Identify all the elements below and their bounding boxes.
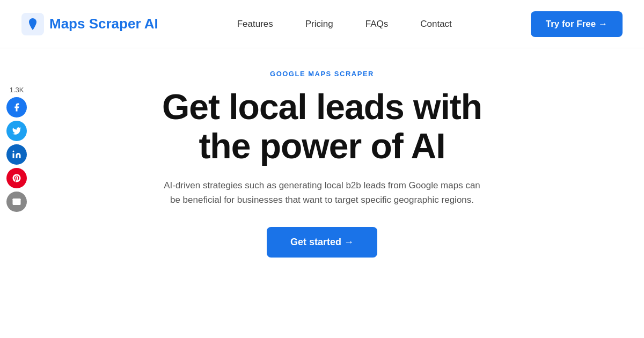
hero-tag: GOOGLE MAPS SCRAPER	[270, 70, 374, 78]
navbar: Maps Scraper AI Features Pricing FAQs Co…	[0, 0, 644, 48]
logo-link[interactable]: Maps Scraper AI	[21, 13, 158, 35]
email-share-button[interactable]	[6, 192, 27, 212]
try-free-button[interactable]: Try for Free →	[531, 11, 623, 37]
pinterest-icon	[12, 173, 21, 183]
twitter-share-button[interactable]	[6, 121, 27, 141]
linkedin-share-button[interactable]	[6, 144, 27, 165]
nav-features[interactable]: Features	[237, 19, 273, 29]
social-sidebar: 1.3K	[6, 86, 27, 215]
svg-point-2	[13, 151, 14, 152]
email-icon	[12, 197, 21, 207]
nav-links: Features Pricing FAQs Contact	[237, 19, 452, 30]
hero-section: GOOGLE MAPS SCRAPER Get local leads with…	[0, 48, 644, 258]
hero-subtitle: AI-driven strategies such as generating …	[161, 178, 483, 207]
twitter-icon	[12, 126, 21, 136]
logo-text: Maps Scraper AI	[49, 16, 158, 32]
share-count: 1.3K	[10, 86, 24, 94]
linkedin-icon	[12, 150, 21, 159]
logo-icon	[21, 13, 44, 35]
facebook-icon	[12, 102, 21, 112]
pinterest-share-button[interactable]	[6, 168, 27, 188]
facebook-share-button[interactable]	[6, 97, 27, 117]
nav-faqs[interactable]: FAQs	[365, 19, 389, 29]
nav-pricing[interactable]: Pricing	[305, 19, 333, 29]
hero-title: Get local leads with the power of AI	[134, 87, 510, 165]
nav-contact[interactable]: Contact	[420, 19, 452, 29]
get-started-button[interactable]: Get started →	[267, 227, 377, 258]
